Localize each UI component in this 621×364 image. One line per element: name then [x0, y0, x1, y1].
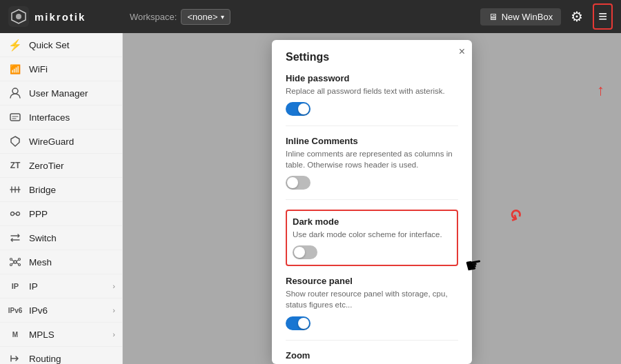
logo-area: mikrotik: [8, 6, 119, 27]
sidebar-item-quick-set[interactable]: ⚡ Quick Set: [0, 33, 122, 57]
zoom-title: Zoom: [286, 350, 458, 361]
sidebar: ⚡ Quick Set 📶 WiFi User Manager Interfac…: [0, 33, 123, 364]
svg-point-5: [11, 212, 14, 216]
modal-title: Settings: [286, 51, 458, 63]
hide-password-toggle[interactable]: [286, 102, 310, 116]
sidebar-item-mpls[interactable]: M MPLS ›: [0, 323, 122, 347]
workspace-select[interactable]: <none> ▾: [181, 9, 230, 25]
sidebar-item-label: IPv6: [29, 305, 48, 316]
svg-point-11: [19, 264, 21, 266]
routing-icon: [8, 352, 22, 364]
switch-icon: [8, 231, 22, 245]
new-winbox-label: New WinBox: [502, 12, 553, 22]
menu-icon-button[interactable]: ≡: [595, 6, 610, 27]
workspace-label: Workspace:: [130, 12, 177, 22]
dark-mode-toggle[interactable]: [293, 245, 317, 259]
sidebar-item-ipv6[interactable]: IPv6 IPv6 ›: [0, 299, 122, 323]
resource-panel-desc: Show router resource panel with storage,…: [286, 288, 458, 310]
dark-mode-toggle-wrap: [293, 245, 451, 259]
dark-mode-title: Dark mode: [293, 216, 451, 227]
workspace-chevron-icon: ▾: [221, 13, 224, 21]
sidebar-item-wireguard[interactable]: WireGuard: [0, 130, 122, 154]
mpls-icon: M: [8, 327, 22, 341]
svg-point-6: [17, 212, 20, 216]
resource-panel-title: Resource panel: [286, 276, 458, 286]
sidebar-item-mesh[interactable]: Mesh: [0, 250, 122, 274]
sidebar-item-label: IP: [29, 281, 38, 292]
inline-comments-desc: Inline comments are represented as colum…: [286, 148, 458, 170]
workspace-value: <none>: [187, 12, 217, 22]
sidebar-item-ppp[interactable]: PPP: [0, 202, 122, 226]
mesh-icon: [8, 255, 22, 269]
wireguard-icon: [8, 134, 22, 148]
resource-panel-toggle[interactable]: [286, 316, 310, 330]
mikrotik-logo-icon: [8, 6, 29, 27]
settings-modal: × Settings Hide password Replace all pas…: [272, 40, 472, 364]
quick-set-icon: ⚡: [8, 38, 22, 52]
sidebar-item-interfaces[interactable]: Interfaces: [0, 105, 122, 130]
sidebar-item-user-manager[interactable]: User Manager: [0, 81, 122, 105]
interfaces-icon: [8, 110, 22, 124]
bridge-icon: [8, 183, 22, 196]
hide-password-desc: Replace all password fields text with as…: [286, 85, 458, 97]
sidebar-item-label: Mesh: [29, 257, 52, 267]
sidebar-item-label: Routing: [29, 354, 61, 364]
new-winbox-button[interactable]: 🖥 New WinBox: [480, 8, 561, 26]
ipv6-chevron-icon: ›: [112, 306, 115, 314]
ip-icon: IP: [8, 279, 22, 293]
modal-close-button[interactable]: ×: [459, 46, 465, 58]
inline-comments-section: Inline Comments Inline comments are repr…: [286, 136, 458, 200]
resource-panel-toggle-wrap: [286, 316, 458, 330]
sidebar-item-label: WiFi: [29, 64, 48, 74]
svg-point-8: [10, 259, 12, 261]
svg-point-3: [12, 88, 18, 94]
topbar: mikrotik Workspace: <none> ▾ 🖥 New WinBo…: [0, 0, 621, 33]
inline-comments-title: Inline Comments: [286, 136, 458, 146]
svg-rect-4: [10, 114, 20, 121]
ipv6-icon: IPv6: [8, 303, 22, 317]
user-manager-icon: [8, 86, 22, 100]
sidebar-item-wifi[interactable]: 📶 WiFi: [0, 57, 122, 81]
mpls-chevron-icon: ›: [112, 330, 115, 338]
modal-overlay: × Settings Hide password Replace all pas…: [123, 33, 621, 364]
menu-button-highlight: ≡: [593, 3, 613, 30]
svg-point-2: [16, 14, 21, 19]
sidebar-item-label: Interfaces: [29, 112, 70, 123]
inline-comments-toggle-wrap: [286, 176, 458, 190]
topbar-actions: 🖥 New WinBox ⚙ ≡: [480, 3, 613, 30]
sidebar-item-label: ZeroTier: [29, 161, 64, 171]
sidebar-item-label: User Manager: [29, 88, 88, 99]
resource-panel-section: Resource panel Show router resource pane…: [286, 276, 458, 340]
sidebar-item-label: Quick Set: [29, 40, 70, 50]
content-area: × Settings Hide password Replace all pas…: [123, 33, 621, 364]
zoom-section: Zoom Set interface zoom level or use Cmd…: [286, 350, 458, 364]
hide-password-toggle-wrap: [286, 102, 458, 116]
sidebar-item-bridge[interactable]: Bridge: [0, 178, 122, 202]
hide-password-section: Hide password Replace all password field…: [286, 73, 458, 126]
sidebar-item-routing[interactable]: Routing: [0, 347, 122, 364]
ip-chevron-icon: ›: [112, 282, 115, 290]
zerotier-icon: ZT: [8, 159, 22, 172]
workspace-area: Workspace: <none> ▾: [130, 9, 469, 25]
dark-mode-section: Dark mode Use dark mode color scheme for…: [286, 210, 458, 266]
settings-icon-button[interactable]: ⚙: [568, 6, 586, 28]
sidebar-item-switch[interactable]: Switch: [0, 226, 122, 250]
dark-mode-desc: Use dark mode color scheme for interface…: [293, 229, 451, 240]
sidebar-item-ip[interactable]: IP IP ›: [0, 274, 122, 299]
inline-comments-toggle[interactable]: [286, 176, 310, 190]
sidebar-item-zerotier[interactable]: ZT ZeroTier: [0, 154, 122, 178]
sidebar-item-label: MPLS: [29, 330, 55, 340]
sidebar-item-label: WireGuard: [29, 136, 74, 147]
main-layout: ⚡ Quick Set 📶 WiFi User Manager Interfac…: [0, 33, 621, 364]
sidebar-item-label: Bridge: [29, 185, 56, 195]
svg-point-9: [19, 259, 21, 261]
logo-text: mikrotik: [34, 11, 86, 23]
sidebar-item-label: Switch: [29, 233, 57, 243]
winbox-icon: 🖥: [489, 12, 497, 22]
hide-password-title: Hide password: [286, 73, 458, 83]
ppp-icon: [8, 207, 22, 221]
sidebar-item-label: PPP: [29, 209, 48, 219]
svg-point-10: [10, 264, 12, 266]
wifi-icon: 📶: [8, 62, 22, 76]
